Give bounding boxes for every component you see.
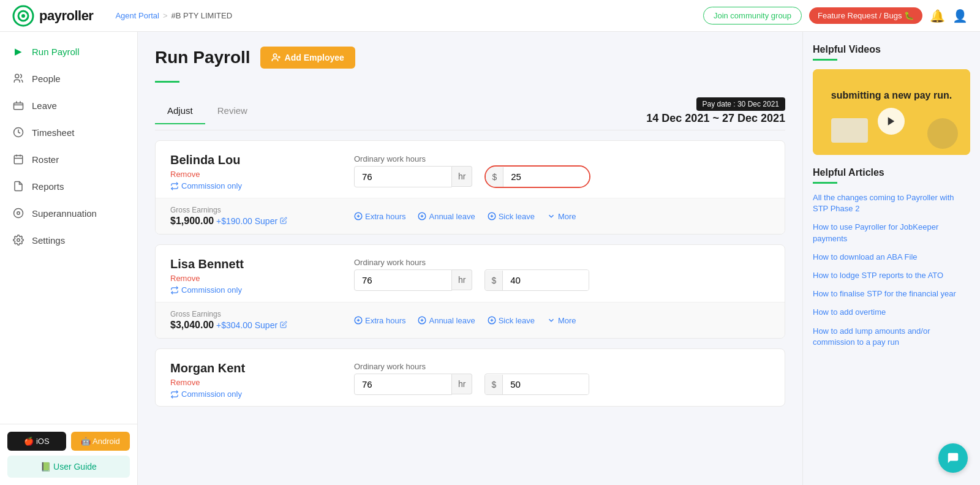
chat-icon (946, 451, 960, 465)
employee-card-morgan-kent: Morgan Kent Remove Commission only Ordin… (155, 348, 785, 407)
plus-icon-5 (418, 316, 426, 325)
ios-button[interactable]: 🍎 iOS (7, 432, 66, 451)
hours-label-lisa: Ordinary work hours (354, 258, 472, 267)
sidebar-item-leave[interactable]: Leave (0, 92, 137, 119)
notification-icon[interactable]: 🔔 (930, 9, 945, 23)
tab-review[interactable]: Review (205, 98, 260, 124)
commission-link-belinda[interactable]: Commission only (170, 181, 330, 190)
gross-amount-belinda: $1,900.00 (170, 216, 214, 226)
tab-adjust[interactable]: Adjust (155, 98, 205, 124)
add-employee-label: Add Employee (285, 53, 344, 62)
employee-card-top-belinda: Belinda Lou Remove Commission only Ordin… (156, 141, 785, 198)
user-guide-button[interactable]: 📗 User Guide (7, 456, 130, 478)
remove-link-lisa[interactable]: Remove (170, 274, 330, 283)
commission-label-lisa: Commission only (181, 285, 242, 295)
add-employee-button[interactable]: Add Employee (260, 47, 355, 69)
extra-hours-belinda[interactable]: Extra hours (354, 212, 405, 221)
chevron-down-icon-belinda (547, 212, 556, 220)
settings-icon (12, 234, 24, 246)
timesheet-icon (12, 126, 24, 138)
remove-link-morgan[interactable]: Remove (170, 378, 330, 387)
gross-amount-lisa: $3,040.00 (170, 320, 214, 330)
article-link-3[interactable]: How to lodge STP reports to the ATO (813, 270, 970, 281)
articles-divider (813, 182, 837, 184)
sick-leave-belinda[interactable]: Sick leave (488, 212, 535, 221)
sidebar-item-roster[interactable]: Roster (0, 146, 137, 173)
hours-input-group-lisa: hr (354, 269, 472, 291)
pay-date-info: Pay date : 30 Dec 2021 14 Dec 2021 ~ 27 … (646, 92, 785, 130)
article-link-4[interactable]: How to finalise STP for the financial ye… (813, 288, 970, 299)
add-actions-belinda: Extra hours Annual leave Sick leave (354, 212, 770, 221)
extra-hours-lisa[interactable]: Extra hours (354, 316, 405, 325)
employee-card-top-lisa: Lisa Bennett Remove Commission only Ordi… (156, 245, 785, 302)
employee-info-belinda: Belinda Lou Remove Commission only (170, 153, 330, 190)
employee-info-morgan: Morgan Kent Remove Commission only (170, 361, 330, 399)
annual-leave-belinda[interactable]: Annual leave (418, 212, 475, 221)
right-panel: Helpful Videos submitting a new pay run. (802, 32, 980, 485)
user-profile-icon[interactable]: 👤 (952, 9, 968, 23)
hours-section-belinda: Ordinary work hours hr $ (354, 153, 770, 188)
super-link-belinda[interactable]: +$190.00 Super (216, 216, 287, 226)
amount-input-belinda[interactable] (503, 167, 589, 187)
chat-button[interactable] (938, 443, 968, 473)
breadcrumb-portal[interactable]: Agent Portal (115, 11, 159, 20)
hours-input-belinda[interactable] (354, 166, 452, 187)
videos-divider (813, 59, 837, 61)
sidebar-item-superannuation[interactable]: Superannuation (0, 200, 137, 227)
super-link-lisa[interactable]: +$304.00 Super (216, 320, 287, 330)
svg-rect-4 (14, 103, 23, 110)
article-link-0[interactable]: All the changes coming to Payroller with… (813, 192, 970, 214)
video-thumbnail[interactable]: submitting a new pay run. (813, 69, 970, 155)
commission-link-lisa[interactable]: Commission only (170, 285, 330, 295)
sidebar-item-settings[interactable]: Settings (0, 227, 137, 254)
reports-icon (12, 180, 24, 192)
plus-icon (354, 212, 363, 220)
roster-icon (12, 153, 24, 165)
join-community-button[interactable]: Join community group (703, 7, 802, 24)
gross-row-belinda: Gross Earnings $1,900.00 +$190.00 Super … (156, 198, 785, 234)
amount-input-lisa[interactable] (503, 270, 589, 290)
amount-prefix-morgan: $ (485, 375, 503, 394)
play-button-icon[interactable] (878, 108, 905, 135)
feature-request-button[interactable]: Feature Request / Bugs 🐛 (809, 7, 922, 24)
hours-section-morgan: Ordinary work hours hr $ (354, 361, 770, 395)
hours-input-wrapper-morgan: Ordinary work hours hr (354, 362, 472, 395)
hours-unit-lisa: hr (452, 269, 472, 290)
hours-input-wrapper-lisa: Ordinary work hours hr (354, 258, 472, 291)
sidebar-item-people[interactable]: People (0, 65, 137, 92)
sidebar-item-run-payroll[interactable]: ▶ Run Payroll (0, 38, 137, 65)
sidebar-item-reports[interactable]: Reports (0, 173, 137, 200)
top-bar-right: Join community group Feature Request / B… (703, 7, 968, 24)
tabs-row: Adjust Review Pay date : 30 Dec 2021 14 … (155, 92, 785, 130)
sidebar-label-reports: Reports (32, 181, 64, 192)
svg-point-12 (17, 239, 20, 242)
svg-point-13 (273, 54, 276, 57)
hours-unit-morgan: hr (452, 374, 472, 394)
annual-leave-lisa[interactable]: Annual leave (418, 316, 475, 325)
sidebar-item-timesheet[interactable]: Timesheet (0, 119, 137, 146)
helpful-articles-title: Helpful Articles (813, 167, 970, 178)
page-title: Run Payroll (155, 48, 251, 67)
commission-icon-lisa (170, 286, 179, 295)
commission-link-morgan[interactable]: Commission only (170, 389, 330, 399)
super-amount-lisa: +$304.00 Super (216, 320, 277, 330)
amount-group-morgan: $ (484, 374, 589, 395)
amount-input-morgan[interactable] (503, 374, 589, 394)
amount-group-lisa: $ (484, 269, 589, 291)
android-button[interactable]: 🤖 Android (71, 432, 130, 451)
remove-link-belinda[interactable]: Remove (170, 170, 330, 179)
hours-input-morgan[interactable] (354, 374, 452, 395)
hours-input-lisa[interactable] (354, 269, 452, 291)
more-action-belinda[interactable]: More (547, 212, 576, 221)
more-action-lisa[interactable]: More (547, 316, 576, 325)
sick-leave-lisa[interactable]: Sick leave (488, 316, 535, 325)
pay-period: 14 Dec 2021 ~ 27 Dec 2021 (646, 112, 785, 125)
article-link-5[interactable]: How to add overtime (813, 307, 970, 318)
article-link-1[interactable]: How to use Payroller for JobKeeper payme… (813, 222, 970, 244)
breadcrumb: Agent Portal > #B PTY LIMITED (115, 11, 232, 20)
article-link-2[interactable]: How to download an ABA File (813, 252, 970, 263)
hours-input-group-belinda: hr (354, 166, 472, 187)
article-link-6[interactable]: How to add lump amounts and/or commissio… (813, 326, 970, 348)
tabs: Adjust Review (155, 98, 260, 124)
content-area: Run Payroll Add Employee Adjust Review P… (138, 32, 980, 485)
